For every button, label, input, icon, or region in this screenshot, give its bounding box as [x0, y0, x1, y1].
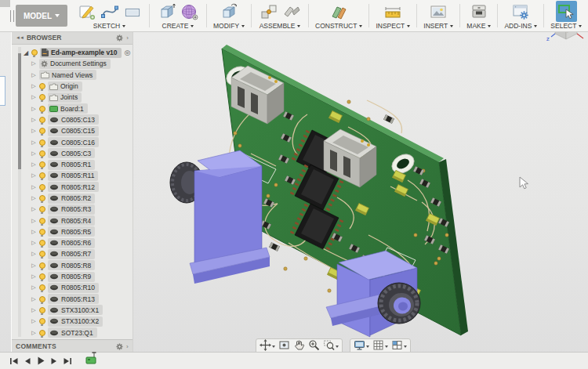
tree-item[interactable]: ▷Origin	[12, 81, 132, 92]
tree-item-chip[interactable]: Joints	[48, 92, 82, 103]
toolbar-grip[interactable]	[10, 10, 14, 22]
expand-arrow-icon[interactable]: ▷	[31, 94, 37, 100]
tree-item-chip[interactable]: Origin	[48, 81, 82, 92]
collapse-panel-icon[interactable]: ◄◄	[16, 35, 24, 40]
expand-arrow-icon[interactable]: ▷	[31, 72, 37, 78]
expand-arrow-icon[interactable]: ▷	[31, 161, 37, 168]
insert-menu[interactable]: INSERT	[423, 22, 453, 31]
gear-icon[interactable]	[116, 343, 123, 350]
tree-item[interactable]: ▷C0805:C15	[12, 125, 132, 136]
tree-item-chip[interactable]: R0805:R10	[48, 283, 99, 293]
expand-arrow-icon[interactable]: ▷	[31, 229, 37, 235]
tree-item-chip[interactable]: STX3100:X2	[48, 317, 103, 327]
gear-icon[interactable]	[116, 34, 123, 42]
visibility-bulb-icon[interactable]	[39, 218, 45, 224]
tree-item-chip[interactable]: R0805:R12	[48, 182, 99, 192]
tree-item[interactable]: ▷Document Settings	[12, 58, 132, 69]
expand-arrow-icon[interactable]: ▷	[31, 150, 37, 157]
tree-item-chip[interactable]: R0805:R3	[48, 204, 95, 215]
expand-arrow-icon[interactable]: ▷	[31, 117, 37, 123]
expand-arrow-icon[interactable]: ▷	[31, 218, 37, 224]
tree-item[interactable]: ▷SOT23:Q1	[12, 327, 132, 338]
tree-item-chip[interactable]: R0805:R2	[48, 194, 95, 204]
rectangle-icon[interactable]	[122, 1, 143, 22]
create-box-icon[interactable]	[156, 1, 177, 22]
visibility-bulb-icon[interactable]	[31, 49, 38, 56]
visibility-bulb-icon[interactable]	[39, 128, 45, 134]
play-button[interactable]	[35, 356, 46, 367]
expand-arrow-icon[interactable]: ▷	[31, 128, 37, 134]
tree-item[interactable]: ▷R0805:R2	[12, 193, 132, 204]
inspect-menu[interactable]: INSPECT	[376, 22, 410, 31]
potentiometer[interactable]	[326, 251, 420, 337]
tree-item[interactable]: ▷STX3100:X2	[12, 316, 132, 327]
visibility-bulb-icon[interactable]	[39, 240, 45, 246]
tree-item-chip[interactable]: R0805:R5	[48, 226, 95, 237]
tree-item-chip[interactable]: R0805:R13	[48, 294, 99, 304]
visibility-bulb-icon[interactable]	[39, 318, 45, 324]
visibility-bulb-icon[interactable]	[39, 307, 45, 313]
construct-menu[interactable]: CONSTRUCT	[315, 22, 362, 31]
visibility-bulb-icon[interactable]	[39, 139, 45, 146]
visibility-bulb-icon[interactable]	[39, 117, 45, 123]
tree-item[interactable]: ▷C0805:C3	[12, 148, 132, 159]
panel-chevron-icon[interactable]: ›	[126, 34, 129, 42]
make-3dprint-icon[interactable]	[468, 1, 489, 22]
tree-item-chip[interactable]: Ed-amp-example v10	[40, 48, 122, 58]
tree-item-chip[interactable]: C0805:C16	[48, 137, 99, 147]
tree-item[interactable]: ▷R0805:R4	[12, 215, 132, 226]
expand-arrow-icon[interactable]: ▷	[31, 330, 37, 336]
activate-component-icon[interactable]: ◎	[125, 49, 131, 56]
potentiometer[interactable]	[170, 150, 270, 284]
workspace-switcher[interactable]: MODEL	[16, 5, 67, 27]
visibility-bulb-icon[interactable]	[39, 94, 45, 100]
tree-item[interactable]: ▷R0805:R10	[12, 282, 132, 293]
tree-item[interactable]: ▷R0805:R7	[12, 248, 132, 259]
expand-arrow-icon[interactable]: ▷	[31, 273, 37, 280]
tree-item[interactable]: ▷R0805:R13	[12, 294, 132, 305]
visibility-bulb-icon[interactable]	[39, 284, 45, 291]
tree-item[interactable]: ◢Ed-amp-example v10◎	[12, 47, 132, 58]
select-menu[interactable]: SELECT	[550, 22, 582, 31]
select-cursor-icon[interactable]	[556, 1, 577, 22]
spline-icon[interactable]	[99, 1, 120, 22]
expand-arrow-icon[interactable]: ▷	[31, 83, 37, 89]
tree-item-chip[interactable]: SOT23:Q1	[48, 327, 97, 338]
visibility-bulb-icon[interactable]	[39, 195, 45, 201]
tree-item[interactable]: ▷R0805:R12	[12, 182, 132, 193]
tree-item-chip[interactable]: R0805:R7	[48, 249, 95, 259]
joint-icon[interactable]	[258, 1, 279, 22]
step-forward-button[interactable]	[49, 356, 60, 367]
expand-arrow-icon[interactable]: ▷	[31, 139, 37, 146]
tree-item-chip[interactable]: C0805:C3	[48, 148, 95, 158]
visibility-bulb-icon[interactable]	[39, 83, 45, 89]
tree-item[interactable]: ▷STX3100:X1	[12, 305, 132, 316]
expand-arrow-icon[interactable]: ▷	[31, 284, 37, 291]
expand-arrow-icon[interactable]: ◢	[23, 49, 29, 56]
visibility-bulb-icon[interactable]	[39, 296, 45, 302]
tree-item-chip[interactable]: Document Settings	[39, 59, 111, 69]
tree-item[interactable]: ▷R0805:R9	[12, 271, 132, 282]
mesh-sphere-icon[interactable]	[179, 1, 200, 22]
browser-header[interactable]: ◄◄ BROWSER ›	[12, 31, 132, 45]
tree-item-chip[interactable]: STX3100:X1	[48, 305, 103, 315]
tree-item-chip[interactable]: R0805:R8	[48, 260, 95, 270]
visibility-bulb-icon[interactable]	[39, 262, 45, 269]
tree-item[interactable]: ▷R0805:R1	[12, 159, 132, 170]
tree-item-chip[interactable]: Board:1	[48, 103, 88, 114]
sketch-menu[interactable]: SKETCH	[93, 22, 125, 31]
expand-arrow-icon[interactable]: ▷	[31, 307, 37, 313]
expand-arrow-icon[interactable]: ▷	[31, 60, 37, 67]
expand-arrow-icon[interactable]: ▷	[31, 318, 37, 324]
insert-image-icon[interactable]	[428, 1, 449, 22]
tree-item[interactable]: ▷R0805:R6	[12, 237, 132, 248]
tree-item[interactable]: ▷R0805:R5	[12, 226, 132, 237]
sketch-create-icon[interactable]	[76, 1, 97, 22]
visibility-bulb-icon[interactable]	[39, 251, 45, 257]
tree-item-chip[interactable]: R0805:R9	[48, 272, 95, 282]
expand-arrow-icon[interactable]: ▷	[31, 251, 37, 257]
tree-item-chip[interactable]: R0805:R4	[48, 215, 95, 226]
expand-arrow-icon[interactable]: ▷	[31, 296, 37, 302]
add-ins-menu[interactable]: ADD-INS	[504, 22, 537, 31]
modify-menu[interactable]: MODIFY	[213, 22, 245, 31]
